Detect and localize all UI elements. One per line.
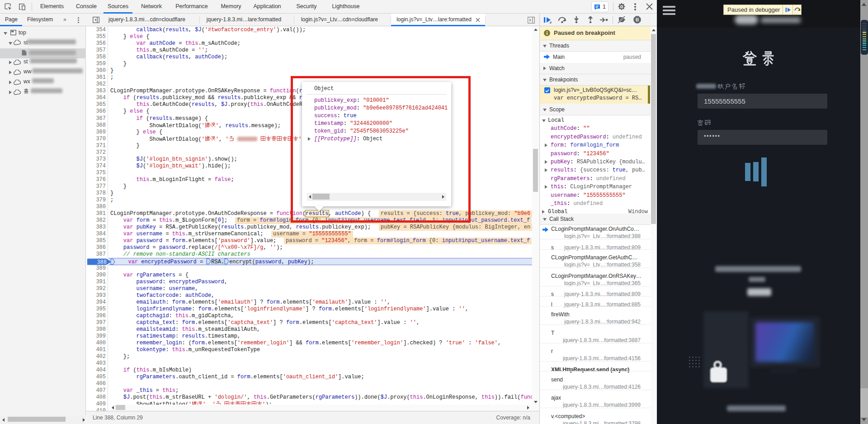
svg-text:388: 388 xyxy=(97,259,107,265)
